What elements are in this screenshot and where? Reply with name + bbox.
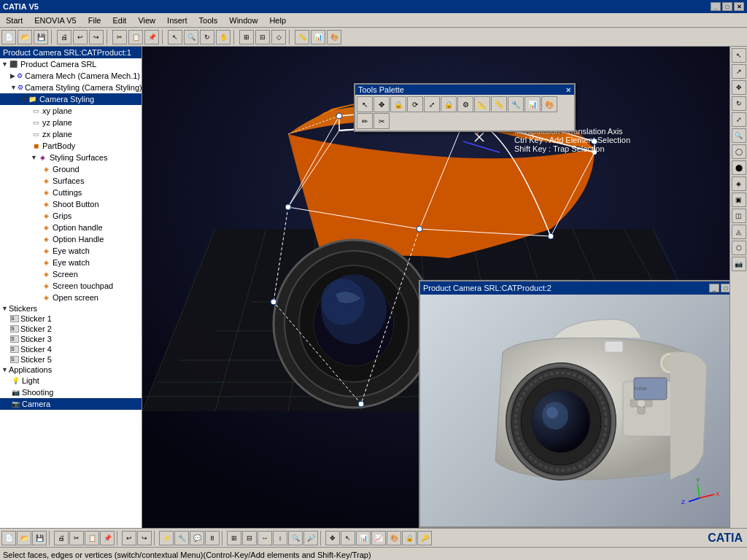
bt-icon-17[interactable]: ↕ <box>273 531 287 545</box>
perspective-icon[interactable]: ◇ <box>271 30 286 44</box>
normal-icon[interactable]: ⊟ <box>255 30 270 44</box>
rt-btn-8[interactable]: ⬤ <box>732 160 746 175</box>
tree-camera-mech[interactable]: ▶ ⚙ Camera Mech (Camera Mech.1) <box>0 70 142 82</box>
tree-camera-styling-inner[interactable]: ▼ 📁 Camera Styling <box>0 93 142 105</box>
collapse-root[interactable]: ▼ <box>1 61 8 68</box>
tree-eye-watch-2[interactable]: ◈ Eye watch <box>0 257 142 268</box>
measure-icon[interactable]: 📏 <box>295 30 309 44</box>
main-viewport[interactable]: Z X Y Z <box>142 47 747 528</box>
pan-icon[interactable]: ✋ <box>216 30 231 44</box>
print-icon[interactable]: 🖨 <box>57 30 71 44</box>
rt-btn-13[interactable]: ⬡ <box>732 241 746 255</box>
tree-sticker-1[interactable]: S Sticker 1 <box>0 314 142 324</box>
menu-file[interactable]: File <box>82 15 107 26</box>
sub-viewport-content[interactable]: THINK XD X <box>420 295 746 526</box>
sub-minimize-button[interactable]: _ <box>709 284 719 292</box>
tree-yz-plane[interactable]: ▭ yz plane <box>0 117 142 128</box>
tree-sticker-5[interactable]: S Sticker 5 <box>0 354 142 365</box>
bt-icon-21[interactable]: ↖ <box>341 531 355 545</box>
bt-icon-18[interactable]: 🔍 <box>288 531 303 545</box>
tp-icon-10[interactable]: 🔧 <box>508 96 524 112</box>
rotate-icon[interactable]: ↻ <box>200 30 214 44</box>
tree-stickers-section[interactable]: ▼ Stickers <box>0 303 142 314</box>
collapse-styling-inner[interactable]: ▼ <box>20 96 27 103</box>
menu-help[interactable]: Help <box>263 15 292 26</box>
bt-icon-6[interactable]: 📋 <box>85 531 99 545</box>
bt-icon-20[interactable]: ✥ <box>325 531 340 545</box>
tree-zx-plane[interactable]: ▭ zx plane <box>0 128 142 140</box>
tp-icon-3[interactable]: 🔒 <box>390 96 406 112</box>
tp-icon-9[interactable]: 📏 <box>491 96 507 112</box>
fit-icon[interactable]: ⊞ <box>239 30 254 44</box>
zoom-icon[interactable]: 🔍 <box>184 30 198 44</box>
select-icon[interactable]: ↖ <box>168 30 182 44</box>
bt-icon-23[interactable]: 📈 <box>371 531 386 545</box>
tp-icon-2[interactable]: ✥ <box>374 96 390 112</box>
tp-icon-12[interactable]: 🎨 <box>541 96 557 112</box>
redo-icon[interactable]: ↪ <box>89 30 104 44</box>
collapse-styling-surf[interactable]: ▼ <box>31 154 37 161</box>
bt-icon-2[interactable]: 📂 <box>17 531 31 545</box>
collapse-stickers[interactable]: ▼ <box>1 305 8 312</box>
rt-select-btn[interactable]: ↖ <box>732 48 746 63</box>
bt-icon-24[interactable]: 🎨 <box>387 531 401 545</box>
tree-sticker-4[interactable]: S Sticker 4 <box>0 344 142 354</box>
tp-icon-5[interactable]: ⤢ <box>424 96 440 112</box>
tp-icon-1[interactable]: ↖ <box>357 96 373 112</box>
tree-partbody[interactable]: ◼ PartBody <box>0 140 142 152</box>
rt-btn-10[interactable]: ▣ <box>732 192 746 207</box>
bt-icon-16[interactable]: ↔ <box>258 531 272 545</box>
tree-shoot-button[interactable]: ◈ Shoot Button <box>0 198 142 210</box>
close-button[interactable]: ✕ <box>734 2 744 11</box>
bt-icon-9[interactable]: ↪ <box>137 531 152 545</box>
tools-palette-close-button[interactable]: ✕ <box>565 86 571 94</box>
tree-root[interactable]: ▼ ⬛ Product Camera SRL <box>0 58 142 70</box>
bt-icon-14[interactable]: ⊞ <box>227 531 241 545</box>
rt-btn-6[interactable]: 🔍 <box>732 128 746 143</box>
menu-window[interactable]: Window <box>223 15 263 26</box>
tree-light[interactable]: 💡 Light <box>0 375 142 386</box>
paste-icon[interactable]: 📌 <box>144 30 159 44</box>
bt-icon-19[interactable]: 🔎 <box>303 531 318 545</box>
tree-option-handle-2[interactable]: ◈ Option Handle <box>0 233 142 245</box>
collapse-mech[interactable]: ▶ <box>10 72 15 79</box>
maximize-button[interactable]: □ <box>722 2 732 11</box>
rt-snapshot-btn[interactable]: 📷 <box>732 257 746 271</box>
tree-grips[interactable]: ◈ Grips <box>0 210 142 222</box>
copy-icon[interactable]: 📋 <box>128 30 143 44</box>
rt-btn-11[interactable]: ◫ <box>732 209 746 223</box>
menu-enovia[interactable]: ENOVIA V5 <box>28 15 82 26</box>
menu-start[interactable]: Start <box>0 15 28 26</box>
tree-xy-plane[interactable]: ▭ xy plane <box>0 105 142 117</box>
rt-btn-7[interactable]: ◯ <box>732 144 746 159</box>
tp-icon-11[interactable]: 📊 <box>525 96 541 112</box>
rt-btn-4[interactable]: ↻ <box>732 96 746 111</box>
tree-sticker-3[interactable]: S Sticker 3 <box>0 334 142 344</box>
tree-open-screen[interactable]: ◈ Open screen <box>0 292 142 303</box>
rt-btn-12[interactable]: ◬ <box>732 225 746 239</box>
tree-screen-touchpad[interactable]: ◈ Screen touchpad <box>0 280 142 292</box>
collapse-applications[interactable]: ▼ <box>1 366 8 373</box>
bt-icon-8[interactable]: ↩ <box>122 531 136 545</box>
bt-icon-12[interactable]: 💬 <box>190 531 204 545</box>
tree-option-handle-1[interactable]: ◈ Option handle <box>0 222 142 233</box>
tree-applications-section[interactable]: ▼ Applications <box>0 365 142 375</box>
tree-shooting[interactable]: 📷 Shooting <box>0 386 142 398</box>
tree-cuttings[interactable]: ◈ Cuttings <box>0 187 142 198</box>
tree-camera[interactable]: 📷 Camera <box>0 398 142 410</box>
menu-insert[interactable]: Insert <box>161 15 193 26</box>
tp-icon-4[interactable]: ⟳ <box>407 96 423 112</box>
new-icon[interactable]: 📄 <box>1 30 16 44</box>
tree-ground[interactable]: ◈ Ground <box>0 163 142 175</box>
rt-btn-9[interactable]: ◈ <box>732 176 746 191</box>
tp-icon-13[interactable]: ✏ <box>357 113 373 129</box>
tree-surfaces[interactable]: ◈ Surfaces <box>0 175 142 187</box>
rt-btn-5[interactable]: ⤢ <box>732 112 746 127</box>
menu-view[interactable]: View <box>132 15 161 26</box>
save-icon[interactable]: 💾 <box>34 30 48 44</box>
menu-edit[interactable]: Edit <box>107 15 132 26</box>
bt-icon-22[interactable]: 📊 <box>356 531 371 545</box>
bt-icon-13[interactable]: 8 <box>205 531 220 545</box>
tp-icon-14[interactable]: ✂ <box>374 113 390 129</box>
bt-icon-7[interactable]: 📌 <box>100 531 115 545</box>
